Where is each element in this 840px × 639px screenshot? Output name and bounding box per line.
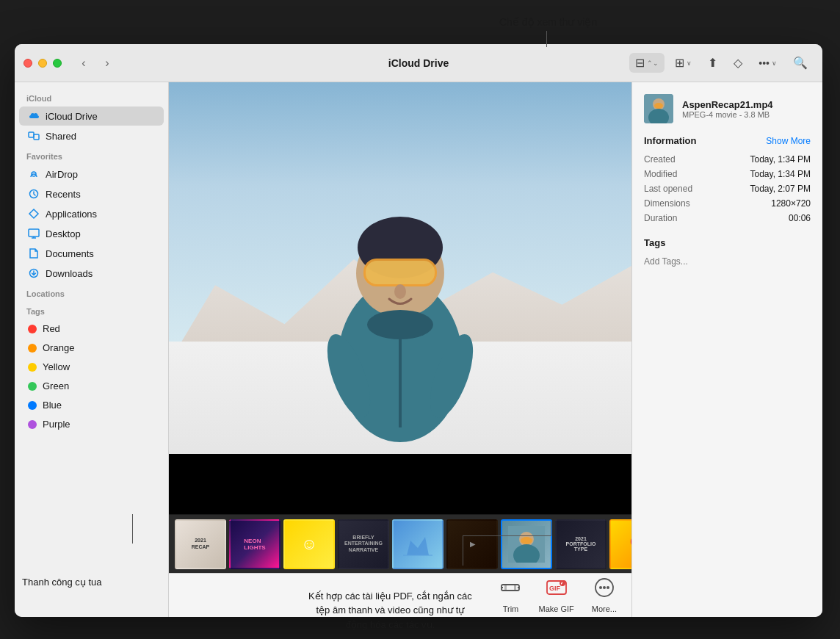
search-button[interactable]: 🔍: [787, 53, 814, 73]
sidebar-item-airdrop-label: AirDrop: [46, 169, 78, 180]
thumbnail-9[interactable]: 🎈: [609, 519, 631, 569]
tag-icon: ◇: [734, 56, 742, 70]
sidebar-item-recents[interactable]: Recents: [19, 184, 164, 203]
sidebar-item-icloud-drive[interactable]: iCloud Drive: [19, 106, 164, 126]
share-icon: ⬆: [708, 56, 717, 70]
created-label: Created: [644, 154, 676, 165]
more-arrow-icon: ∨: [772, 59, 777, 67]
sidebar-section-tags: Tags: [15, 301, 168, 319]
sidebar-item-airdrop[interactable]: AirDrop: [19, 165, 164, 184]
group-by-button[interactable]: ⊞ ∨: [669, 53, 698, 73]
info-row-created: Created Today, 1:34 PM: [644, 152, 811, 167]
created-value: Today, 1:34 PM: [750, 154, 811, 165]
sidebar-item-tag-yellow[interactable]: Yellow: [19, 358, 164, 376]
library-mode-arrow-icon: ⌃⌄: [647, 59, 659, 67]
forward-button[interactable]: ›: [97, 53, 117, 73]
sidebar-item-tag-red[interactable]: Red: [19, 320, 164, 338]
more-actions-button[interactable]: More...: [592, 577, 617, 613]
sidebar-item-tag-blue[interactable]: Blue: [19, 396, 164, 414]
group-arrow-icon: ∨: [687, 59, 692, 67]
sidebar-item-tag-orange[interactable]: Orange: [19, 339, 164, 357]
sidebar-item-applications[interactable]: Applications: [19, 204, 164, 223]
more-actions-label: More...: [592, 604, 617, 613]
modified-value: Today, 1:34 PM: [750, 169, 811, 179]
dimensions-label: Dimensions: [644, 198, 690, 209]
last-opened-label: Last opened: [644, 184, 692, 194]
sidebar-item-downloads[interactable]: Downloads: [19, 264, 164, 283]
search-icon: 🔍: [793, 56, 808, 70]
sidebar-item-shared-label: Shared: [46, 131, 76, 142]
duration-label: Duration: [644, 213, 677, 223]
thumbnail-6[interactable]: ▶: [446, 519, 498, 569]
svg-rect-10: [366, 261, 435, 284]
make-gif-button[interactable]: GIF Make GIF: [538, 577, 573, 613]
video-area[interactable]: [169, 82, 631, 514]
make-gif-label: Make GIF: [538, 604, 573, 613]
media-viewer: 2021RECAP NEONLIGHTS ☺ BRIEFLYENTERTAINI…: [169, 82, 631, 617]
thumbnail-1[interactable]: 2021RECAP: [175, 519, 226, 569]
thumbnail-5[interactable]: [392, 519, 443, 569]
thumbnail-4[interactable]: BRIEFLYENTERTAININGNARRATIVE: [338, 519, 389, 569]
tag-yellow-label: Yellow: [43, 361, 70, 372]
trim-button[interactable]: Trim: [500, 577, 521, 613]
thumb-7-content: [502, 521, 551, 568]
middle-and-right: 2021RECAP NEONLIGHTS ☺ BRIEFLYENTERTAINI…: [169, 82, 822, 617]
show-more-button[interactable]: Show More: [766, 136, 811, 146]
thumbnail-8[interactable]: 2021PORTFOLIOTYPE: [555, 519, 607, 569]
sidebar-item-shared[interactable]: Shared: [19, 126, 164, 145]
gif-icon: GIF: [546, 577, 567, 602]
sidebar-item-tag-green[interactable]: Green: [19, 377, 164, 395]
svg-rect-21: [504, 585, 507, 591]
svg-rect-22: [514, 585, 516, 591]
last-opened-value: Today, 2:07 PM: [750, 184, 811, 194]
back-button[interactable]: ‹: [73, 53, 94, 73]
toolbar-tua-annotation: Thanh công cụ tua: [22, 575, 101, 590]
combine-line-v2: [551, 521, 551, 536]
svg-rect-0: [29, 132, 34, 137]
sidebar-section-icloud: iCloud: [15, 88, 168, 106]
thumb-5-content: [394, 521, 442, 568]
library-mode-button[interactable]: ⊟ ⌃⌄: [629, 53, 665, 73]
share-button[interactable]: ⬆: [702, 53, 723, 73]
file-name: AspenRecap21.mp4: [682, 99, 773, 110]
minimize-button[interactable]: [38, 59, 47, 68]
thumb-8-content: 2021PORTFOLIOTYPE: [557, 521, 605, 568]
thumbnail-7[interactable]: [501, 519, 552, 569]
maximize-button[interactable]: [53, 59, 62, 68]
modified-label: Modified: [644, 169, 677, 179]
info-row-dimensions: Dimensions 1280×720: [644, 196, 811, 211]
tag-button[interactable]: ◇: [728, 53, 748, 73]
thumbnail-3[interactable]: ☺: [283, 519, 335, 569]
thumb-9-content: 🎈: [611, 521, 631, 568]
close-button[interactable]: [23, 59, 32, 68]
sidebar-item-desktop[interactable]: Desktop: [19, 224, 164, 243]
thumb-3-content: ☺: [285, 521, 333, 568]
orange-tag-dot: [28, 344, 37, 353]
airdrop-icon: [28, 168, 40, 180]
tag-orange-label: Orange: [43, 342, 74, 353]
thumbnail-2[interactable]: NEONLIGHTS: [229, 519, 280, 569]
svg-rect-1: [34, 134, 39, 140]
thumb-4-content: BRIEFLYENTERTAININGNARRATIVE: [339, 521, 388, 568]
sidebar-item-tag-purple[interactable]: Purple: [19, 415, 164, 433]
svg-point-32: [654, 103, 663, 109]
chevron-left-icon: ‹: [82, 57, 85, 70]
downloads-icon: [28, 267, 40, 279]
sidebar: iCloud iCloud Drive Shared: [15, 82, 169, 617]
dimensions-value: 1280×720: [771, 198, 811, 209]
library-mode-annotation-line: [546, 31, 547, 47]
info-panel: AspenRecap21.mp4 MPEG-4 movie - 3.8 MB I…: [631, 82, 822, 617]
combine-line-h: [463, 535, 551, 536]
toolbar-right: ⊟ ⌃⌄ ⊞ ∨ ⬆ ◇ ••• ∨ 🔍: [629, 53, 814, 73]
add-tags-input[interactable]: [644, 256, 754, 267]
sidebar-item-desktop-label: Desktop: [46, 228, 81, 239]
more-options-button[interactable]: ••• ∨: [753, 54, 783, 72]
library-mode-annotation: Chế độ xem thư viện: [499, 15, 597, 30]
content-area: iCloud iCloud Drive Shared: [15, 82, 822, 617]
sidebar-item-documents[interactable]: Documents: [19, 244, 164, 263]
tag-red-label: Red: [43, 323, 60, 334]
nav-buttons: ‹ ›: [73, 53, 117, 73]
thumb-1-content: 2021RECAP: [176, 521, 225, 568]
trim-icon: [500, 577, 521, 602]
sidebar-item-applications-label: Applications: [46, 209, 97, 220]
